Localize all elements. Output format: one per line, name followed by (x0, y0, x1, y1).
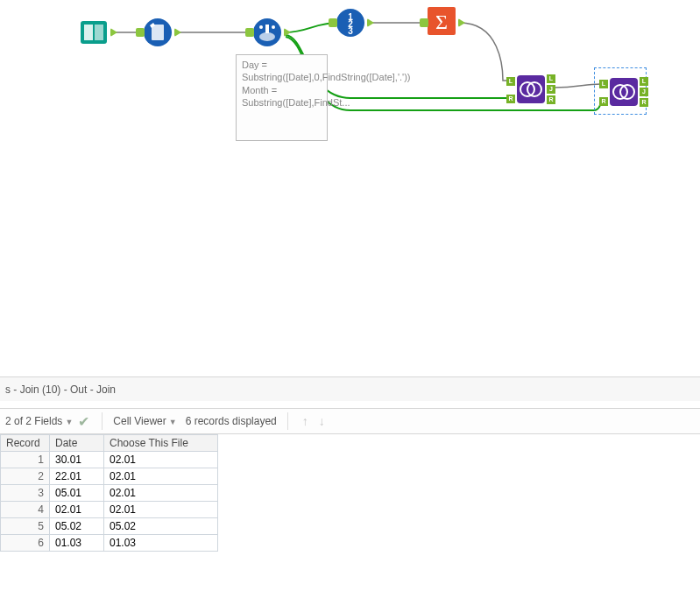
cell-choose[interactable]: 02.01 (104, 485, 218, 502)
table-row[interactable]: 601.0301.03 (1, 535, 218, 552)
separator (287, 412, 288, 430)
join-output-J[interactable]: J (640, 88, 648, 96)
table-row[interactable]: 505.0205.02 (1, 518, 218, 535)
cell-record[interactable]: 5 (1, 518, 50, 535)
cell-choose[interactable]: 01.03 (104, 535, 218, 552)
fields-selector[interactable]: 2 of 2 Fields▼ (5, 415, 73, 427)
input-port[interactable] (136, 28, 145, 37)
cell-record[interactable]: 4 (1, 502, 50, 518)
join-tool[interactable] (516, 74, 546, 104)
chevron-down-icon: ▼ (65, 418, 73, 426)
cell-record[interactable]: 3 (1, 485, 50, 502)
cell-date[interactable]: 05.02 (50, 518, 104, 535)
cell-date[interactable]: 30.01 (50, 452, 104, 468)
svg-text:Σ: Σ (435, 11, 448, 33)
cell-date[interactable]: 05.01 (50, 485, 104, 502)
svg-rect-2 (95, 25, 103, 40)
tool-annotation: Day = Substring([Date],0,FindString([Dat… (236, 54, 328, 141)
output-port[interactable] (284, 28, 291, 37)
cell-choose[interactable]: 02.01 (104, 502, 218, 518)
table-row[interactable]: 130.0102.01 (1, 452, 218, 468)
input-port[interactable] (245, 28, 254, 37)
join-output-J[interactable]: J (547, 85, 555, 94)
table-row[interactable]: 222.0102.01 (1, 468, 218, 485)
svg-rect-1 (84, 25, 93, 40)
output-port[interactable] (367, 18, 374, 27)
data-cleansing-tool[interactable] (143, 18, 173, 47)
svg-rect-8 (265, 25, 269, 33)
cell-date[interactable]: 02.01 (50, 502, 104, 518)
svg-text:3: 3 (348, 26, 353, 36)
separator (102, 412, 103, 430)
cell-choose[interactable]: 02.01 (104, 468, 218, 485)
cell-date[interactable]: 01.03 (50, 535, 104, 552)
results-grid[interactable]: Record Date Choose This File 130.0102.01… (0, 434, 218, 552)
svg-point-9 (259, 25, 263, 29)
join-port-R[interactable]: R (599, 97, 608, 106)
input-data-tool[interactable] (79, 18, 109, 47)
results-toolbar: 2 of 2 Fields▼ ✔ Cell Viewer▼ 6 records … (0, 408, 700, 434)
cell-choose[interactable]: 05.02 (104, 518, 218, 535)
cell-record[interactable]: 1 (1, 452, 50, 468)
cell-date[interactable]: 22.01 (50, 468, 104, 485)
cell-choose[interactable]: 02.01 (104, 452, 218, 468)
cell-record[interactable]: 2 (1, 468, 50, 485)
svg-rect-4 (152, 25, 164, 40)
arrow-down-icon[interactable]: ↓ (315, 414, 329, 428)
svg-point-10 (272, 25, 275, 29)
join-output-L[interactable]: L (547, 74, 555, 83)
output-port[interactable] (110, 28, 117, 37)
records-count-label: 6 records displayed (186, 415, 277, 427)
table-row[interactable]: 305.0102.01 (1, 485, 218, 502)
column-header-record[interactable]: Record (1, 435, 50, 452)
input-port[interactable] (329, 18, 337, 27)
table-row[interactable]: 402.0102.01 (1, 502, 218, 518)
results-title-bar: s - Join (10) - Out - Join (0, 376, 700, 401)
formula-tool[interactable] (252, 18, 282, 47)
workflow-canvas[interactable]: Day = Substring([Date],0,FindString([Dat… (0, 0, 700, 366)
cell-viewer-selector[interactable]: Cell Viewer▼ (113, 415, 176, 427)
output-port[interactable] (458, 18, 465, 27)
arrow-up-icon[interactable]: ↑ (299, 414, 312, 428)
join-output-R[interactable]: R (640, 98, 648, 107)
join-port-L[interactable]: L (506, 77, 515, 86)
join-port-L[interactable]: L (599, 80, 608, 88)
column-header-date[interactable]: Date (50, 435, 104, 452)
input-port[interactable] (420, 18, 428, 27)
join-tool-selected[interactable] (609, 77, 639, 107)
svg-point-7 (259, 32, 275, 41)
summarize-tool[interactable]: Σ (427, 6, 456, 36)
column-header-choose[interactable]: Choose This File (104, 435, 218, 452)
cell-record[interactable]: 6 (1, 535, 50, 552)
results-title: s - Join (10) - Out - Join (5, 383, 116, 396)
chevron-down-icon: ▼ (169, 418, 177, 426)
join-output-L[interactable]: L (640, 77, 648, 86)
join-port-R[interactable]: R (506, 95, 515, 103)
join-output-R[interactable]: R (547, 95, 555, 104)
check-icon[interactable]: ✔ (78, 413, 89, 430)
record-id-tool[interactable]: 123 (336, 8, 365, 38)
output-port[interactable] (174, 28, 181, 37)
